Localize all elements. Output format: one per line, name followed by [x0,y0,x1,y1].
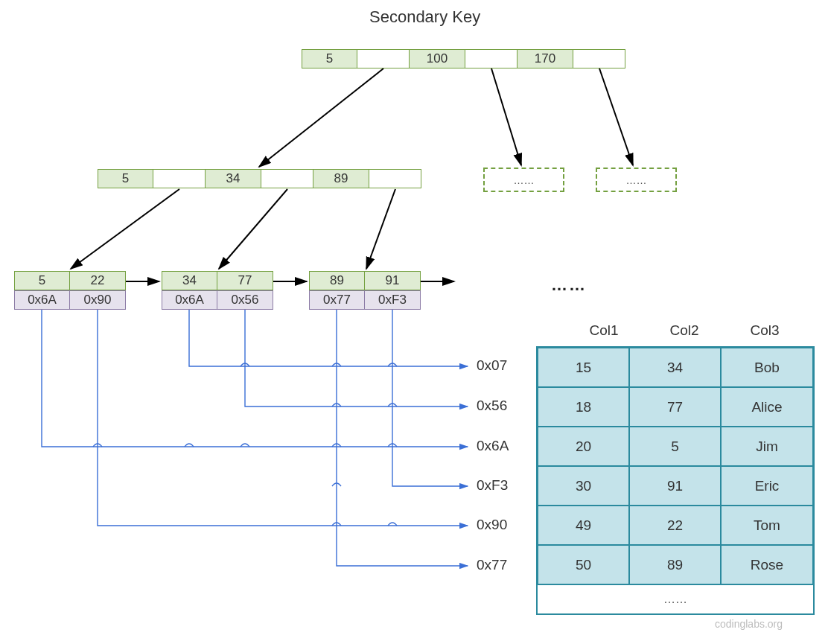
root-key: 5 [302,49,357,68]
table-cell: 18 [538,387,629,427]
leaf-address: 0x6A [162,290,217,310]
leaf-key: 91 [365,271,421,290]
root-pointer [465,49,518,68]
table-cell: 89 [629,545,721,584]
internal-key: 5 [98,169,153,188]
pointer-line [98,310,468,526]
pointer-line [245,310,468,407]
table-more-row: …… [538,584,813,613]
column-header: Col3 [724,322,805,339]
table-row: 30 91 Eric [538,466,813,506]
pointer-line [337,310,468,566]
row-address: 0x90 [477,517,507,533]
row-address: 0x07 [477,357,507,374]
root-pointer [573,49,625,68]
pointer-line [392,310,468,486]
leaf-key: 77 [217,271,273,290]
leaf-address: 0xF3 [365,290,421,310]
internal-pointer [261,169,313,188]
row-address: 0x6A [477,438,509,454]
table-cell: Jim [721,427,813,466]
row-address: 0x77 [477,557,507,573]
tree-arrow [599,68,633,165]
root-pointer [357,49,410,68]
btree-leaf-node: 89 91 [309,271,421,290]
internal-pointer [369,169,421,188]
leaf-address: 0x90 [70,290,126,310]
table-row: 18 77 Alice [538,387,813,427]
pointer-line [42,310,468,447]
btree-leaf-node: 34 77 [162,271,273,290]
leaf-key: 5 [14,271,70,290]
row-address: 0x56 [477,398,507,414]
table-row: 49 22 Tom [538,506,813,545]
table-cell: Alice [721,387,813,427]
table-cell: Rose [721,545,813,584]
btree-leaf-addrs: 0x77 0xF3 [309,290,421,310]
diagram-title: Secondary Key [369,7,480,27]
table-cell: 5 [629,427,721,466]
btree-root-node: 5 100 170 [302,49,625,68]
table-cell: 15 [538,348,629,387]
leaf-address: 0x56 [217,290,273,310]
leaf-address: 0x77 [309,290,365,310]
table-cell: 77 [629,387,721,427]
btree-leaf-addrs: 0x6A 0x90 [14,290,126,310]
leaf-continuation: …… [551,275,587,295]
tree-arrow [491,68,521,165]
tree-arrow [366,189,395,269]
data-table: 15 34 Bob 18 77 Alice 20 5 Jim 30 91 Eri… [536,346,815,615]
table-cell: 30 [538,466,629,506]
table-row: 15 34 Bob [538,348,813,387]
internal-key: 89 [313,169,369,188]
table-cell: 91 [629,466,721,506]
column-header: Col1 [564,322,644,339]
leaf-address: 0x6A [14,290,70,310]
table-cell: 20 [538,427,629,466]
placeholder-subtree: …… [483,168,564,192]
btree-leaf-addrs: 0x6A 0x56 [162,290,273,310]
pointer-line [189,310,468,366]
table-cell: 22 [629,506,721,545]
watermark: codinglabs.org [715,618,783,630]
row-address: 0xF3 [477,477,508,494]
internal-pointer [153,169,206,188]
tree-arrow [259,68,383,167]
table-cell: 49 [538,506,629,545]
table-cell: 50 [538,545,629,584]
table-cell: Tom [721,506,813,545]
table-cell: Eric [721,466,813,506]
tree-arrow [219,189,287,269]
btree-leaf-node: 5 22 [14,271,126,290]
internal-key: 34 [206,169,261,188]
btree-internal-node: 5 34 89 [98,169,421,188]
table-cell: 34 [629,348,721,387]
table-cell: Bob [721,348,813,387]
table-row: 20 5 Jim [538,427,813,466]
leaf-key: 34 [162,271,217,290]
column-header: Col2 [644,322,724,339]
placeholder-subtree: …… [596,168,677,192]
tree-arrow [71,189,179,269]
leaf-key: 22 [70,271,126,290]
root-key: 170 [518,49,573,68]
table-row: 50 89 Rose [538,545,813,584]
root-key: 100 [410,49,465,68]
leaf-key: 89 [309,271,365,290]
